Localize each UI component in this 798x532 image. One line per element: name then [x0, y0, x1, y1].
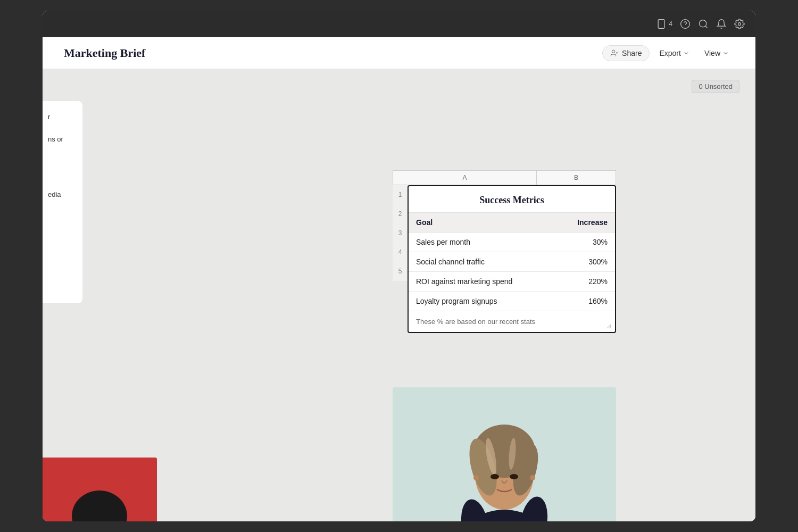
help-icon[interactable] — [680, 19, 691, 29]
top-bar: 4 — [43, 11, 755, 37]
content-area: 0 Unsorted r ns or edia A B 1 — [43, 69, 755, 521]
app-window: 4 — [43, 11, 755, 521]
svg-point-21 — [491, 474, 499, 479]
search-icon[interactable] — [698, 19, 709, 29]
row-num-3: 3 — [393, 223, 408, 243]
svg-rect-0 — [658, 20, 664, 29]
view-label: View — [704, 49, 720, 57]
resize-handle[interactable]: ⊿ — [606, 322, 612, 330]
goal-cell: ROI against marketing spend — [409, 272, 555, 292]
left-person-illustration — [43, 458, 157, 521]
row-num-2: 2 — [393, 204, 408, 223]
col-a-header: A — [393, 170, 536, 185]
col-b-header: B — [536, 170, 616, 185]
share-button[interactable]: Share — [602, 45, 650, 61]
increase-cell: 160% — [555, 292, 615, 311]
spreadsheet-container: A B 1 2 3 4 5 Success Metrics — [393, 170, 616, 333]
increase-cell: 300% — [555, 252, 615, 272]
export-label: Export — [659, 49, 680, 57]
row-num-4: 4 — [393, 243, 408, 262]
device-icon[interactable]: 4 — [656, 19, 672, 29]
table-row: ROI against marketing spend 220% — [409, 272, 615, 292]
unsorted-badge[interactable]: 0 Unsorted — [692, 80, 739, 93]
bell-icon[interactable] — [716, 19, 727, 29]
bottom-image-card — [393, 387, 616, 521]
table-header-row: Goal Increase — [409, 213, 615, 232]
svg-line-5 — [705, 26, 708, 28]
increase-cell: 30% — [555, 232, 615, 252]
svg-point-24 — [530, 475, 535, 480]
row-numbers: 1 2 3 4 5 — [393, 185, 408, 281]
goal-cell: Loyalty program signups — [409, 292, 555, 311]
header: Marketing Brief Share Export View — [43, 37, 755, 69]
settings-icon[interactable] — [734, 19, 745, 29]
svg-point-22 — [510, 474, 518, 479]
left-bottom-card — [43, 458, 157, 521]
goal-cell: Sales per month — [409, 232, 555, 252]
col-goal-header: Goal — [409, 213, 555, 232]
person-illustration — [393, 387, 616, 521]
left-card: r ns or edia — [43, 101, 82, 303]
top-bar-icons: 4 — [656, 19, 745, 29]
table-row: Sales per month 30% — [409, 232, 615, 252]
goal-cell: Social channel traffic — [409, 252, 555, 272]
header-actions: Share Export View — [602, 45, 734, 61]
col-increase-header: Increase — [555, 213, 615, 232]
left-card-text: r ns or edia — [48, 112, 77, 200]
footer-note: These % are based on our recent stats — [416, 318, 535, 326]
table-row: Social channel traffic 300% — [409, 252, 615, 272]
svg-point-2 — [681, 20, 690, 29]
svg-point-4 — [700, 20, 706, 27]
metrics-table: Goal Increase Sales per month 30% Social… — [409, 213, 615, 311]
svg-point-23 — [473, 475, 479, 480]
svg-point-6 — [738, 23, 741, 26]
table-footer: These % are based on our recent stats ⊿ — [409, 311, 615, 332]
export-button[interactable]: Export — [654, 46, 694, 61]
table-title: Success Metrics — [409, 186, 615, 213]
row-num-5: 5 — [393, 262, 408, 281]
doc-title: Marketing Brief — [64, 46, 145, 60]
share-label: Share — [622, 49, 642, 57]
table-row: Loyalty program signups 160% — [409, 292, 615, 311]
notification-count: 4 — [669, 20, 672, 28]
row-num-1: 1 — [393, 185, 408, 204]
view-button[interactable]: View — [699, 46, 734, 61]
unsorted-label: 0 Unsorted — [699, 82, 733, 90]
table-card: Success Metrics Goal Increase Sales per … — [408, 185, 616, 333]
svg-point-7 — [612, 50, 614, 53]
col-headers: A B — [393, 170, 616, 185]
increase-cell: 220% — [555, 272, 615, 292]
